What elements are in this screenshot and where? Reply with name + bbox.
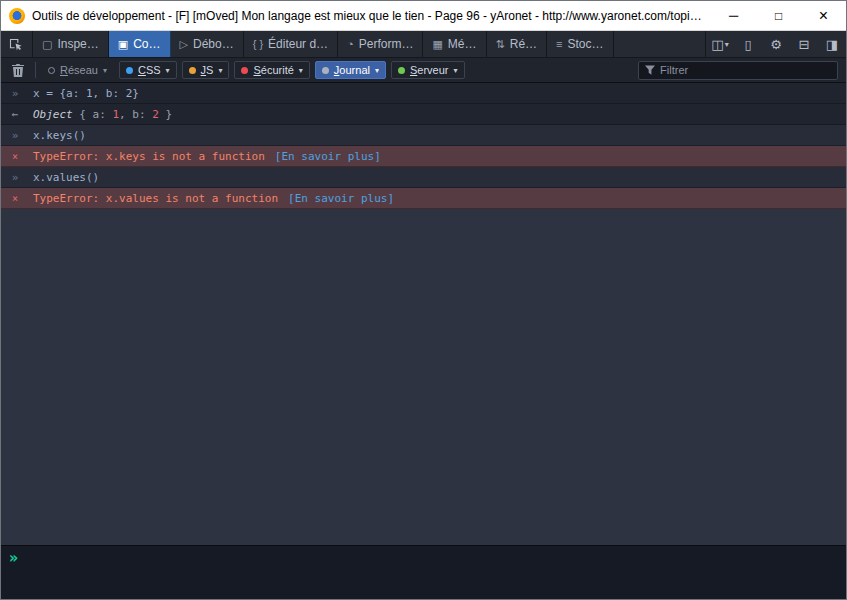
console-prompt-icon: » <box>9 549 18 567</box>
network-icon: ⇅ <box>496 38 505 51</box>
tab-debugger[interactable]: ▷Débo… <box>171 31 244 57</box>
tab-label: Stoc… <box>568 37 604 51</box>
console-row-input: »x.keys() <box>1 125 846 146</box>
filter-dot-icon <box>398 67 405 74</box>
error-icon: × <box>1 193 29 204</box>
trash-icon <box>12 64 24 77</box>
prompt-icon: » <box>1 87 29 100</box>
divider <box>35 62 36 78</box>
style-editor-icon: { } <box>253 38 263 50</box>
dock-bottom-icon: ⊟ <box>799 37 810 52</box>
window-controls: ─ □ × <box>711 1 846 30</box>
pick-element-icon <box>9 37 24 52</box>
tab-label: Ré… <box>510 37 537 51</box>
filter-reseau-button[interactable]: Réseau▾ <box>41 61 114 79</box>
filter-label: CSS <box>138 64 161 76</box>
firefox-logo-icon <box>9 8 25 24</box>
console-row-text: TypeError: x.values is not a function[En… <box>29 192 846 205</box>
dock-side-button[interactable]: ◨ <box>818 31 846 57</box>
devtools-tabbar: ▢Inspe…▣Co…▷Débo…{ }Éditeur d…◔Perform…▦… <box>1 31 846 58</box>
debugger-icon: ▷ <box>180 38 188 51</box>
memory-icon: ▦ <box>432 38 442 51</box>
tab-performance[interactable]: ◔Perform… <box>338 31 423 57</box>
window-title: Outils de développement - [F] [mOved] Mo… <box>32 9 704 23</box>
tab-label: Mé… <box>448 37 477 51</box>
value-segment-object: Object <box>33 108 79 121</box>
titlebar[interactable]: Outils de développement - [F] [mOved] Mo… <box>1 1 846 31</box>
console-row-text: x.keys() <box>29 129 846 142</box>
devtools-window: Outils de développement - [F] [mOved] Mo… <box>0 0 847 600</box>
performance-icon: ◔ <box>347 38 354 50</box>
dock-side-icon: ◨ <box>826 37 838 52</box>
value-segment-plain: } <box>159 108 172 121</box>
filter-label: Sécurité <box>253 64 293 76</box>
filter-securite-button[interactable]: Sécurité▾ <box>234 61 309 79</box>
settings-gear-button[interactable]: ⚙ <box>762 31 790 57</box>
tab-storage[interactable]: ≡Stoc… <box>547 31 613 57</box>
settings-gear-icon: ⚙ <box>770 37 782 52</box>
console-icon: ▣ <box>118 38 128 51</box>
prompt-icon: » <box>1 129 29 142</box>
chevron-down-icon: ▾ <box>218 66 222 75</box>
dock-bottom-button[interactable]: ⊟ <box>790 31 818 57</box>
tab-label: Inspe… <box>57 37 98 51</box>
inspector-icon: ▢ <box>42 38 52 51</box>
chevron-down-icon: ▾ <box>725 40 729 49</box>
chevron-down-icon: ▾ <box>299 66 303 75</box>
console-output[interactable]: »x = {a: 1, b: 2}←Object { a: 1, b: 2 }»… <box>1 83 846 545</box>
storage-icon: ≡ <box>556 38 562 50</box>
console-rows: »x = {a: 1, b: 2}←Object { a: 1, b: 2 }»… <box>1 83 846 209</box>
filter-serveur-button[interactable]: Serveur▾ <box>391 61 465 79</box>
filter-journal-button[interactable]: Journal▾ <box>315 61 386 79</box>
value-segment-plain: { a: <box>79 108 112 121</box>
prompt-icon: » <box>1 171 29 184</box>
filter-input[interactable] <box>660 64 831 76</box>
filter-css-button[interactable]: CSS▾ <box>119 61 177 79</box>
tab-network[interactable]: ⇅Ré… <box>487 31 548 57</box>
error-message: TypeError: x.keys is not a function <box>33 150 265 163</box>
close-button[interactable]: × <box>801 1 846 30</box>
filter-dot-icon <box>48 67 55 74</box>
filter-dot-icon <box>241 67 248 74</box>
maximize-button[interactable]: □ <box>756 1 801 30</box>
console-input-bar[interactable]: » <box>1 545 846 599</box>
funnel-icon <box>645 65 655 76</box>
filter-label: JS <box>201 64 214 76</box>
tab-inspector[interactable]: ▢Inspe… <box>33 31 109 57</box>
console-row-text: x.values() <box>29 171 846 184</box>
filter-label: Serveur <box>410 64 449 76</box>
console-filters: Réseau▾CSS▾JS▾Sécurité▾Journal▾Serveur▾ <box>41 61 465 79</box>
error-icon: × <box>1 151 29 162</box>
console-row-input: »x = {a: 1, b: 2} <box>1 83 846 104</box>
learn-more-link[interactable]: [En savoir plus] <box>288 192 394 205</box>
console-row-text: x = {a: 1, b: 2} <box>29 87 846 100</box>
filter-js-button[interactable]: JS▾ <box>182 61 230 79</box>
filter-label: Journal <box>334 64 370 76</box>
chevron-down-icon: ▾ <box>453 66 457 75</box>
toolbox-buttons: ◫▾▯⚙⊟◨ <box>705 31 846 57</box>
console-filterbar: Réseau▾CSS▾JS▾Sécurité▾Journal▾Serveur▾ <box>1 58 846 83</box>
responsive-mode-icon: ▯ <box>744 37 751 52</box>
error-message: TypeError: x.values is not a function <box>33 192 278 205</box>
filter-label: Réseau <box>60 64 98 76</box>
filter-dot-icon <box>322 67 329 74</box>
dock-options-icon: ◫ <box>711 37 723 52</box>
pick-element-button[interactable] <box>1 31 33 57</box>
filter-input-box[interactable] <box>638 61 838 80</box>
responsive-mode-button[interactable]: ▯ <box>734 31 762 57</box>
tab-style-editor[interactable]: { }Éditeur d… <box>244 31 338 57</box>
chevron-down-icon: ▾ <box>375 66 379 75</box>
tab-memory[interactable]: ▦Mé… <box>423 31 486 57</box>
tab-label: Éditeur d… <box>268 37 328 51</box>
console-row-text: Object { a: 1, b: 2 } <box>29 108 846 121</box>
console-row-error: ×TypeError: x.values is not a function[E… <box>1 188 846 209</box>
value-segment-plain: , b: <box>119 108 152 121</box>
tab-console[interactable]: ▣Co… <box>109 31 171 57</box>
minimize-button[interactable]: ─ <box>711 1 756 30</box>
value-segment-number: 2 <box>152 108 159 121</box>
filter-dot-icon <box>189 67 196 74</box>
clear-console-button[interactable] <box>6 64 30 77</box>
learn-more-link[interactable]: [En savoir plus] <box>275 150 381 163</box>
dock-options-button[interactable]: ◫▾ <box>706 31 734 57</box>
response-arrow-icon: ← <box>1 108 29 121</box>
